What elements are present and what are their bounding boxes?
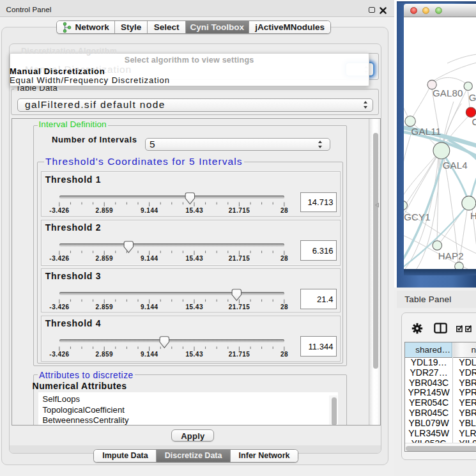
svg-text:HAP2: HAP2 [438,250,463,261]
svg-text:CY: CY [472,116,476,127]
svg-text:GCY1: GCY1 [404,211,431,222]
svg-text:GAL1: GAL1 [468,92,476,103]
svg-text:HIS: HIS [470,210,476,221]
svg-text:GAL80: GAL80 [432,88,463,98]
svg-text:GAL4: GAL4 [442,160,467,171]
svg-text:GAL11: GAL11 [411,126,441,137]
